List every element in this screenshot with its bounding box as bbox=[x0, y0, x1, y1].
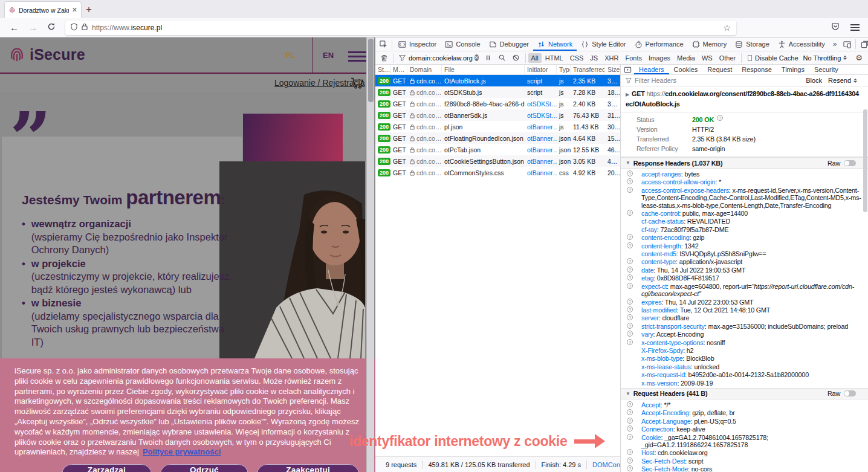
type-filter-xhr[interactable]: XHR bbox=[601, 53, 621, 63]
devtools-tab-performance[interactable]: Performance bbox=[630, 37, 688, 51]
lock-icon[interactable] bbox=[82, 23, 88, 32]
column-header-st[interactable]: St… bbox=[375, 65, 390, 74]
language-en-button[interactable]: EN bbox=[323, 51, 334, 60]
help-icon[interactable]: ? bbox=[717, 115, 723, 121]
request-initiator[interactable]: otBanner… bbox=[525, 158, 557, 165]
response-header-row-x-content-type-options[interactable]: ?x-content-type-options: nosniff bbox=[621, 339, 868, 346]
detail-tab-headers[interactable]: Headers bbox=[634, 65, 669, 74]
zarz-dzaj-cookies-button[interactable]: Zarządzaj cookies bbox=[62, 464, 152, 472]
detail-scrollbar-thumb[interactable] bbox=[863, 109, 867, 212]
request-header-row-accept-encoding[interactable]: ?Accept-Encoding: gzip, deflate, br bbox=[621, 409, 868, 416]
response-header-row-etag[interactable]: ?etag: 0x8D98D8F4F819517 bbox=[621, 274, 868, 282]
request-row[interactable]: 200GETcdn.co…otCookieSettingsButton.json… bbox=[375, 155, 620, 167]
response-header-row-cf-cache-status[interactable]: cf-cache-status: REVALIDATED bbox=[621, 218, 868, 225]
request-row[interactable]: 200GETcdn.co…otCommonStyles.cssotBanner…… bbox=[375, 167, 620, 178]
cart-icon[interactable] bbox=[351, 77, 364, 92]
help-icon[interactable]: ? bbox=[627, 449, 633, 455]
help-icon[interactable]: ? bbox=[627, 425, 633, 432]
request-header-row-host[interactable]: ?Host: cdn.cookielaw.org bbox=[621, 449, 868, 456]
block-button[interactable]: Block bbox=[806, 77, 822, 84]
request-header-row-accept[interactable]: ?Accept: */* bbox=[621, 401, 868, 409]
block-request-icon[interactable] bbox=[510, 51, 523, 64]
response-header-row-server[interactable]: ?server: cloudflare bbox=[621, 314, 868, 322]
site-menu-icon[interactable] bbox=[348, 51, 366, 62]
request-initiator[interactable]: otBanner… bbox=[525, 123, 557, 131]
response-header-row-expires[interactable]: ?expires: Thu, 14 Jul 2022 23:00:53 GMT bbox=[621, 299, 868, 306]
help-icon[interactable]: ? bbox=[627, 457, 633, 464]
detail-tab-request[interactable]: Request bbox=[702, 65, 737, 74]
column-header-file[interactable]: File bbox=[442, 65, 525, 74]
devtools-tab-network[interactable]: Network bbox=[533, 37, 577, 51]
disclosure-triangle-icon[interactable]: ▶ bbox=[626, 92, 629, 97]
dock-window-icon[interactable] bbox=[858, 40, 868, 48]
request-row[interactable]: 200GETcdn.co…OtAutoBlock.jsscriptjs2.35 … bbox=[375, 75, 620, 86]
type-filter-css[interactable]: CSS bbox=[567, 53, 587, 63]
response-header-row-x-ms-lease-status[interactable]: x-ms-lease-status: unlocked bbox=[621, 363, 868, 370]
help-icon[interactable]: ? bbox=[627, 242, 633, 248]
collapse-triangle-icon[interactable]: ▼ bbox=[626, 391, 630, 396]
request-initiator[interactable]: otSDKSt… bbox=[525, 112, 557, 119]
pause-traffic-icon[interactable] bbox=[482, 51, 495, 64]
shield-icon[interactable] bbox=[71, 23, 77, 33]
help-icon[interactable]: ? bbox=[627, 283, 633, 289]
help-icon[interactable]: ? bbox=[627, 465, 633, 471]
pick-element-icon[interactable] bbox=[377, 37, 390, 51]
devtools-tab-inspector[interactable]: Inspector bbox=[394, 37, 441, 51]
response-header-row-accept-ranges[interactable]: ?accept-ranges: bytes bbox=[621, 170, 868, 178]
forward-button[interactable]: → bbox=[28, 22, 37, 33]
request-row[interactable]: 200GETcdn.co…otSDKStub.jsscriptjs7.28 KB… bbox=[375, 86, 620, 98]
page-scrollbar-thumb[interactable] bbox=[368, 39, 374, 102]
request-row[interactable]: 200GETcdn.co…f2890bc8-88eb-4bac-a266-df9… bbox=[375, 98, 620, 109]
response-headers-section-header[interactable]: ▼ Response Headers (1.037 KB) Raw bbox=[621, 157, 868, 169]
request-row[interactable]: 200GETcdn.co…pl.jsonotBanner…js11.43 KB3… bbox=[375, 121, 620, 132]
response-header-row-expect-ct[interactable]: ?expect-ct: max-age=604800, report-uri="… bbox=[621, 283, 868, 298]
response-header-row-content-length[interactable]: ?content-length: 1342 bbox=[621, 242, 868, 250]
tab-close-icon[interactable]: ✕ bbox=[72, 6, 77, 14]
raw-toggle[interactable] bbox=[844, 390, 856, 396]
response-header-row-last-modified[interactable]: ?last-modified: Tue, 12 Oct 2021 14:48:1… bbox=[621, 306, 868, 314]
new-tab-button[interactable]: + bbox=[81, 2, 97, 18]
throttling-dropdown[interactable]: No Throttling bbox=[799, 54, 852, 62]
response-header-row-date[interactable]: ?date: Thu, 14 Jul 2022 19:00:53 GMT bbox=[621, 267, 868, 274]
request-header-row-accept-language[interactable]: ?Accept-Language: pl,en-US;q=0.5 bbox=[621, 418, 868, 425]
collapse-triangle-icon[interactable]: ▼ bbox=[626, 160, 630, 166]
request-header-row-sec-fetch-dest[interactable]: ?Sec-Fetch-Dest: script bbox=[621, 457, 868, 465]
help-icon[interactable]: ? bbox=[627, 339, 633, 345]
request-initiator[interactable]: otBanner… bbox=[525, 135, 557, 142]
request-header-row-sec-fetch-mode[interactable]: ?Sec-Fetch-Mode: no-cors bbox=[621, 465, 868, 472]
devtools-tab-accessibility[interactable]: Accessibility bbox=[774, 37, 829, 51]
more-tabs-button[interactable]: » bbox=[829, 40, 841, 48]
split-panel-icon[interactable] bbox=[621, 65, 634, 74]
response-header-row-x-ms-request-id[interactable]: x-ms-request-id: b4952d0e-a01e-0014-2132… bbox=[621, 371, 868, 378]
zaakceptuj-wszystkie-button[interactable]: Zaakceptuj wszystkie bbox=[257, 464, 359, 472]
help-icon[interactable]: ? bbox=[627, 178, 633, 184]
help-icon[interactable]: ? bbox=[627, 331, 633, 337]
language-pl-button[interactable]: PL bbox=[285, 51, 296, 60]
detail-tab-cookies[interactable]: Cookies bbox=[669, 65, 703, 74]
responsive-design-mode-icon[interactable] bbox=[840, 40, 853, 48]
help-icon[interactable]: ? bbox=[627, 234, 633, 240]
response-header-row-x-ms-version[interactable]: x-ms-version: 2009-09-19 bbox=[621, 380, 868, 387]
request-url-block[interactable]: ▶GET https://cdn.cookielaw.org/consent/f… bbox=[621, 86, 868, 112]
type-filter-ws[interactable]: WS bbox=[699, 53, 716, 63]
request-header-row-cookie[interactable]: ?Cookie: _ga=GA1.2.704861004.1657825178;… bbox=[621, 434, 868, 449]
help-icon[interactable]: ? bbox=[627, 434, 633, 440]
type-filter-html[interactable]: HTML bbox=[542, 53, 566, 63]
help-icon[interactable]: ? bbox=[627, 274, 633, 280]
help-icon[interactable]: ? bbox=[627, 258, 633, 264]
clear-filter-icon[interactable]: ✕ bbox=[474, 54, 479, 61]
response-header-row-x-ms-blob-type[interactable]: x-ms-blob-type: BlockBlob bbox=[621, 355, 868, 362]
devtools-tab-storage[interactable]: Storage bbox=[731, 37, 774, 51]
detail-tab-security[interactable]: Security bbox=[809, 65, 843, 74]
detail-tab-timings[interactable]: Timings bbox=[777, 65, 809, 74]
type-filter-all[interactable]: All bbox=[528, 53, 542, 63]
browser-tab[interactable]: Doradztwo w Zakresie Ochrony Dany ✕ bbox=[5, 2, 81, 18]
filter-headers-input[interactable]: Filter Headers bbox=[635, 77, 676, 84]
filter-urls-input[interactable]: domain:cookielaw.org bbox=[396, 54, 474, 62]
column-header-size[interactable]: Size bbox=[605, 65, 620, 74]
back-button[interactable]: ← bbox=[10, 22, 19, 33]
help-icon[interactable]: ? bbox=[627, 409, 633, 415]
disable-cache-checkbox[interactable] bbox=[748, 55, 752, 61]
raw-toggle[interactable] bbox=[844, 160, 856, 166]
column-header-transferred[interactable]: Transferred bbox=[571, 65, 605, 74]
